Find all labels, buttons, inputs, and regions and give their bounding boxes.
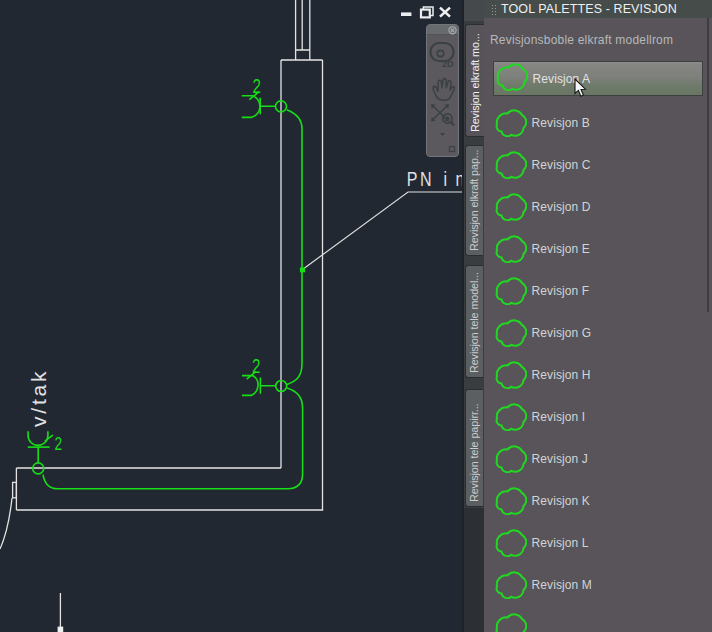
svg-text:PNin: PNin bbox=[407, 169, 465, 191]
svg-text:2: 2 bbox=[55, 434, 63, 453]
svg-text:2: 2 bbox=[252, 75, 260, 97]
svg-text:2: 2 bbox=[252, 355, 260, 377]
svg-text:v/tak: v/tak bbox=[27, 369, 50, 427]
svg-text:2D: 2D bbox=[442, 59, 454, 69]
